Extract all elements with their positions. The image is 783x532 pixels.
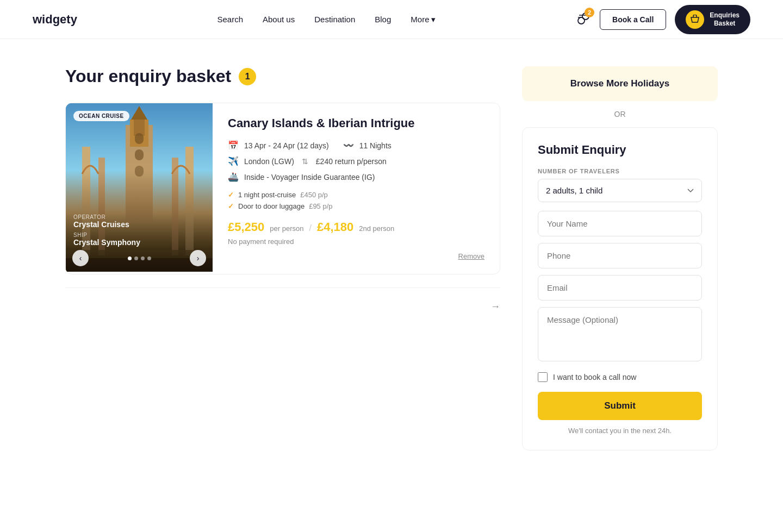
extra1-price: £450 p/p: [300, 191, 328, 199]
message-textarea[interactable]: [538, 307, 702, 361]
nav-blog[interactable]: Blog: [375, 15, 391, 24]
ship-label: SHIP: [73, 232, 140, 238]
form-title: Submit Enquiry: [538, 143, 702, 157]
card-dots: [128, 256, 151, 260]
holiday-nights: 11 Nights: [359, 141, 391, 150]
left-column: Your enquiry basket 1: [65, 66, 500, 450]
card-extras: ✓ 1 night post-cruise £450 p/p ✓ Door to…: [228, 191, 484, 210]
remove-link[interactable]: Remove: [458, 252, 484, 260]
extra1-label: 1 night post-cruise: [238, 191, 296, 199]
nav-destination[interactable]: Destination: [314, 15, 355, 24]
holiday-title: Canary Islands & Iberian Intrigue: [228, 116, 484, 130]
enquiries-label: Enquiries Basket: [710, 11, 739, 27]
compare-badge: 2: [585, 8, 594, 17]
no-payment-note: No payment required: [228, 237, 484, 246]
extra-1: ✓ 1 night post-cruise £450 p/p: [228, 191, 484, 199]
check-icon-2: ✓: [228, 202, 234, 210]
card-next-button[interactable]: ›: [190, 250, 206, 266]
cabin-type: Inside - Voyager Inside Guarantee (IG): [244, 173, 375, 181]
submit-button[interactable]: Submit: [538, 392, 702, 420]
logo[interactable]: widgety: [33, 12, 77, 27]
ship-name: Crystal Symphony: [73, 238, 140, 247]
card-operator-info: OPERATOR Crystal Cruises SHIP Crystal Sy…: [73, 214, 140, 247]
email-input[interactable]: [538, 275, 702, 301]
waves-icon: 〰️: [343, 140, 354, 151]
price-second: £4,180: [317, 220, 353, 234]
nav-links: Search About us Destination Blog More ▾: [217, 15, 436, 24]
card-prev-button[interactable]: ‹: [72, 250, 89, 266]
holiday-dates: 13 Apr - 24 Apr (12 days): [244, 141, 329, 150]
compare-button[interactable]: 2: [576, 11, 591, 28]
book-call-checkbox[interactable]: [538, 372, 548, 382]
chevron-down-icon: ▾: [431, 15, 436, 24]
price-second-label: 2nd person: [359, 224, 394, 233]
checkbox-row: I want to book a call now: [538, 372, 702, 382]
enquiry-form: Submit Enquiry NUMBER OF TRAVELERS 2 adu…: [522, 127, 718, 450]
card-image-wrap: OCEAN CRUISE OPERATOR Crystal Cruises SH…: [66, 103, 213, 274]
extra2-label: Door to door luggage: [238, 202, 304, 210]
card-pricing: £5,250 per person / £4,180 2nd person: [228, 220, 484, 234]
departure-airport: London (LGW): [244, 157, 294, 166]
main-content: Your enquiry basket 1: [33, 39, 750, 478]
remove-link-row: Remove: [228, 251, 484, 261]
price-main: £5,250: [228, 220, 264, 234]
page-title-row: Your enquiry basket 1: [65, 66, 500, 86]
calendar-icon: 📅: [228, 140, 239, 151]
plane-icon: ✈️: [228, 156, 239, 166]
navbar: widgety Search About us Destination Blog…: [0, 0, 783, 39]
travelers-select[interactable]: 2 adults, 1 child: [538, 179, 702, 202]
book-call-button[interactable]: Book a Call: [600, 9, 666, 30]
holiday-card: OCEAN CRUISE OPERATOR Crystal Cruises SH…: [65, 103, 500, 274]
extra2-price: £95 p/p: [309, 202, 332, 210]
dot-2: [134, 256, 138, 260]
dot-4: [147, 256, 151, 260]
basket-icon: [686, 10, 704, 29]
cabin-row: 🚢 Inside - Voyager Inside Guarantee (IG): [228, 172, 484, 182]
dot-3: [141, 256, 145, 260]
add-more-row: →: [65, 301, 500, 312]
travelers-label: NUMBER OF TRAVELERS: [538, 168, 702, 174]
contact-note: We'll contact you in the next 24h.: [538, 427, 702, 435]
enquiries-basket-button[interactable]: Enquiries Basket: [675, 5, 750, 34]
dates-row: 📅 13 Apr - 24 Apr (12 days) 〰️ 11 Nights: [228, 140, 484, 151]
checkbox-label[interactable]: I want to book a call now: [553, 373, 636, 381]
extra-2: ✓ Door to door luggage £95 p/p: [228, 202, 484, 210]
name-input[interactable]: [538, 211, 702, 236]
phone-input[interactable]: [538, 243, 702, 268]
right-column: Browse More Holidays OR Submit Enquiry N…: [522, 66, 718, 450]
card-divider: [65, 287, 500, 288]
or-divider: OR: [522, 110, 718, 118]
operator-name: Crystal Cruises: [73, 220, 140, 229]
departure-row: ✈️ London (LGW) ⇅ £240 return p/person: [228, 156, 484, 166]
card-nav: ‹ ›: [66, 250, 213, 266]
nav-search[interactable]: Search: [217, 15, 243, 24]
card-details: Canary Islands & Iberian Intrigue 📅 13 A…: [213, 103, 500, 274]
nav-more[interactable]: More ▾: [411, 15, 436, 24]
nav-right: 2 Book a Call Enquiries Basket: [576, 5, 750, 34]
check-icon-1: ✓: [228, 191, 234, 199]
browse-holidays-button[interactable]: Browse More Holidays: [522, 66, 718, 101]
dot-1: [128, 256, 132, 260]
operator-label: OPERATOR: [73, 214, 140, 220]
add-more-arrow[interactable]: →: [490, 301, 500, 312]
title-count-badge: 1: [239, 68, 256, 85]
nav-about[interactable]: About us: [263, 15, 295, 24]
card-meta: 📅 13 Apr - 24 Apr (12 days) 〰️ 11 Nights…: [228, 140, 484, 182]
cruise-type-badge: OCEAN CRUISE: [73, 111, 129, 121]
flight-price: £240 return p/person: [316, 157, 387, 166]
ship-icon: 🚢: [228, 172, 239, 182]
page-title: Your enquiry basket: [65, 66, 231, 86]
price-main-label: per person: [270, 224, 303, 233]
